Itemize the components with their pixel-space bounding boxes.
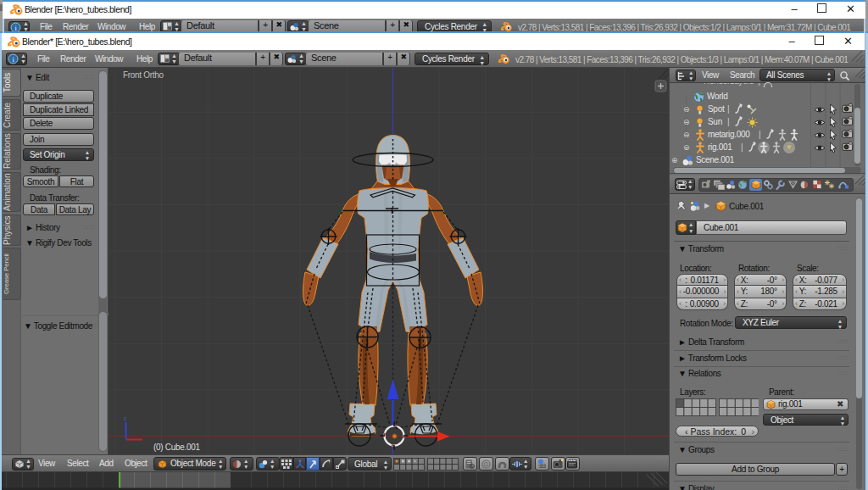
svg-text:(0) Cube.001: (0) Cube.001 bbox=[153, 443, 201, 452]
svg-text:Front Ortho: Front Ortho bbox=[123, 70, 164, 80]
svg-text:z: z bbox=[124, 415, 127, 421]
